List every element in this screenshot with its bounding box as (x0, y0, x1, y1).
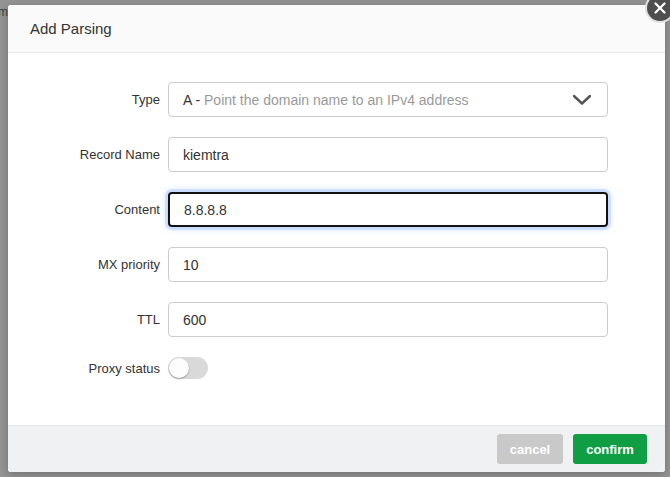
content-label: Content (8, 202, 160, 217)
mx-priority-input[interactable] (168, 247, 608, 282)
proxy-status-label: Proxy status (8, 361, 160, 376)
modal-footer: cancel confirm (8, 425, 665, 472)
type-row: Type A - Point the domain name to an IPv… (8, 82, 608, 117)
close-icon (654, 2, 666, 14)
modal-title: Add Parsing (30, 20, 112, 37)
mx-priority-label: MX priority (8, 257, 160, 272)
record-name-row: Record Name (8, 137, 608, 172)
proxy-status-toggle[interactable] (168, 357, 208, 379)
background-text-fragment: m (0, 5, 8, 19)
type-select-description: Point the domain name to an IPv4 address (204, 92, 469, 108)
content-row: Content (8, 192, 608, 227)
type-label: Type (8, 92, 160, 107)
ttl-input[interactable] (168, 302, 608, 337)
confirm-button[interactable]: confirm (573, 434, 647, 464)
modal-header: Add Parsing (8, 5, 665, 53)
record-name-label: Record Name (8, 147, 160, 162)
proxy-status-row: Proxy status (8, 357, 608, 379)
type-select[interactable]: A - Point the domain name to an IPv4 add… (168, 82, 608, 117)
add-parsing-modal: Add Parsing Type A - Point the domain na… (8, 5, 665, 472)
ttl-row: TTL (8, 302, 608, 337)
cancel-button[interactable]: cancel (497, 434, 563, 464)
chevron-down-icon (573, 95, 591, 105)
mx-priority-row: MX priority (8, 247, 608, 282)
modal-body: Type A - Point the domain name to an IPv… (8, 53, 665, 425)
toggle-knob (169, 358, 189, 378)
content-input[interactable] (168, 192, 608, 227)
record-name-input[interactable] (168, 137, 608, 172)
ttl-label: TTL (8, 312, 160, 327)
type-select-value: A - (183, 92, 204, 108)
